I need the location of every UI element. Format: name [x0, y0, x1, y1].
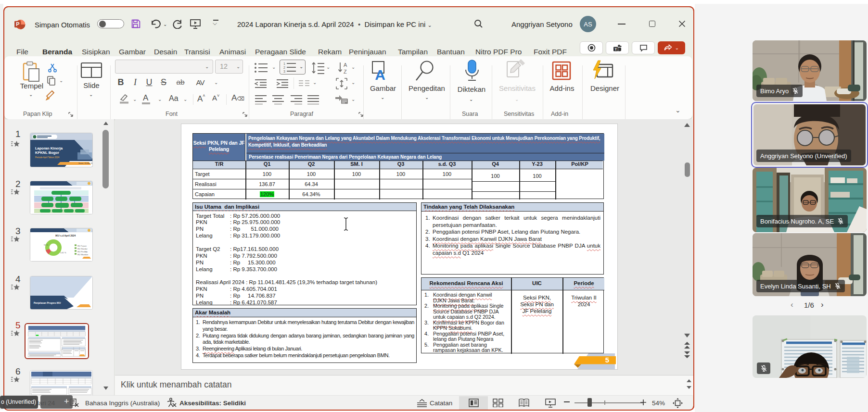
svg-text:IKU Tujuan: IKU Tujuan	[77, 245, 87, 247]
svg-text:3: 3	[283, 70, 285, 73]
svg-text:Z: Z	[344, 69, 347, 75]
svg-text:Laporan Kinerja: Laporan Kinerja	[35, 146, 63, 150]
svg-text:IKU s.d April 2024: IKU s.d April 2024	[55, 234, 76, 237]
svg-text:Periode April Tahun 2024: Periode April Tahun 2024	[35, 156, 60, 159]
svg-text:91 %: 91 %	[44, 244, 49, 246]
svg-text:5: 5	[605, 356, 609, 364]
svg-text:IKU Standar: IKU Standar	[77, 248, 88, 250]
svg-text:Penjelasan Progres IKU: Penjelasan Progres IKU	[34, 301, 61, 304]
svg-text:KPKNL Bogor: KPKNL Bogor	[35, 150, 59, 155]
svg-text:IKU Mandato: IKU Mandato	[77, 254, 88, 256]
svg-text:2: 2	[283, 66, 285, 69]
svg-text:A: A	[344, 62, 347, 68]
svg-text:1: 1	[283, 62, 285, 65]
svg-text:Senin, 20 Mei 2024: Senin, 20 Mei 2024	[78, 162, 93, 164]
svg-text:1,61 %: 1,61 %	[60, 251, 66, 254]
svg-text:IKU Pro Adp: IKU Pro Adp	[77, 251, 88, 253]
svg-text:A: A	[375, 67, 385, 81]
